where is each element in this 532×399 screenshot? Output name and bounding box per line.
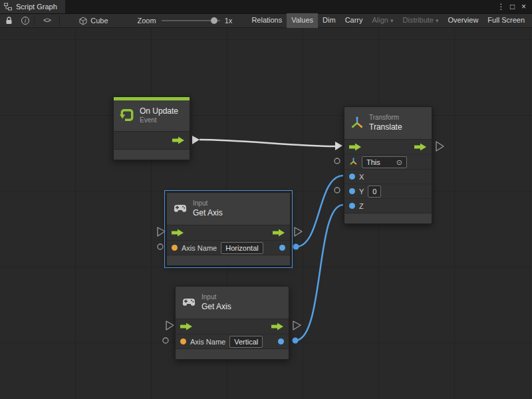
axis-name-row: Axis Name Horizontal (167, 240, 290, 255)
node-header: On Update Event (114, 100, 190, 131)
object-picker-icon[interactable]: ⊙ (396, 158, 402, 167)
node-header: Input Get Axis (167, 193, 290, 225)
toolbar-button-distribute[interactable]: Distribute▾ (398, 13, 444, 28)
target-label[interactable]: Cube (90, 17, 108, 25)
gamepad-icon (182, 297, 196, 308)
x-port-label: X (359, 173, 364, 181)
y-value-field[interactable]: 0 (368, 186, 381, 198)
node-subtitle: Transform (369, 114, 402, 122)
node-subtitle: Event (140, 116, 178, 125)
toolbar-button-carry[interactable]: Carry (340, 13, 368, 28)
get-axis-h-output-port[interactable] (293, 244, 299, 250)
axis-name-field[interactable]: Vertical (229, 336, 263, 348)
control-flow-row (176, 319, 289, 334)
node-subtitle: Input (193, 200, 223, 208)
toolbar-button-dim[interactable]: Dim (318, 13, 340, 28)
control-flow-row (344, 140, 432, 154)
node-on-update[interactable]: On Update Event (113, 96, 190, 160)
translate-input-port[interactable] (335, 142, 342, 150)
axis-name-field[interactable]: Horizontal (221, 242, 263, 254)
toolbar-button-values[interactable]: Values (287, 13, 318, 28)
z-value-port[interactable] (349, 203, 355, 209)
flow-arrow-in-icon[interactable] (180, 323, 193, 331)
chevron-down-icon: ▾ (390, 17, 394, 24)
get-axis-v-output-port[interactable] (293, 338, 299, 344)
toolbar-button-relations[interactable]: Relations (247, 13, 287, 28)
tab-label: Script Graph (16, 3, 57, 11)
flow-arrow-out-icon[interactable] (172, 136, 185, 144)
on-update-output-port[interactable] (192, 136, 200, 144)
wire-horizontal-to-x[interactable] (296, 176, 343, 247)
node-get-axis-vertical[interactable]: Input Get Axis Axis Name Vertical (175, 286, 289, 360)
node-footer (114, 149, 190, 160)
get-axis-v-flow-output-port[interactable] (293, 321, 301, 330)
gamepad-icon (173, 203, 188, 214)
node-header: Input Get Axis (176, 287, 289, 319)
node-footer (167, 255, 290, 265)
transform-icon (350, 116, 364, 130)
axis-name-label: Axis Name (182, 244, 217, 252)
cube-icon (79, 14, 87, 27)
zoom-slider-knob[interactable] (211, 17, 217, 24)
y-port-row: Y 0 (344, 184, 432, 198)
flow-arrow-out-icon[interactable] (271, 323, 284, 331)
y-value-port[interactable] (349, 188, 355, 194)
info-icon[interactable]: i (21, 14, 29, 27)
get-axis-v-name-port[interactable] (163, 338, 168, 343)
close-button[interactable]: × (518, 1, 529, 13)
graph-canvas[interactable]: On Update Event Transform (0, 28, 532, 399)
get-axis-h-input-port[interactable] (158, 227, 165, 236)
wire-vertical-to-z[interactable] (295, 205, 343, 340)
flow-arrow-out-icon[interactable] (273, 229, 285, 237)
flow-arrow-in-icon[interactable] (349, 143, 362, 151)
zoom-slider[interactable] (162, 17, 220, 25)
node-title: Get Axis (193, 208, 223, 218)
lock-icon[interactable] (5, 14, 13, 27)
get-axis-h-flow-output-port[interactable] (295, 227, 302, 236)
x-port-row: X (344, 169, 432, 184)
x-value-port[interactable] (349, 174, 355, 180)
translate-y-port[interactable] (334, 188, 340, 193)
graph-toolbar: i <> Cube Zoom 1x Relations Values Dim C… (0, 13, 532, 28)
node-title: Get Axis (201, 302, 231, 312)
toolbar-button-fullscreen[interactable]: Full Screen (483, 13, 529, 28)
window-tab[interactable]: Script Graph (0, 0, 65, 13)
node-header: Transform Translate (344, 107, 432, 139)
zoom-value: 1x (225, 17, 233, 25)
axis-result-port[interactable] (279, 245, 285, 251)
window-controls: ⋮ □ × (495, 0, 532, 13)
translate-this-port[interactable] (334, 158, 340, 164)
zoom-label: Zoom (138, 17, 156, 25)
control-output-row (114, 132, 190, 149)
this-port-row: This ⊙ (344, 154, 432, 169)
flow-arrow-out-icon[interactable] (414, 143, 427, 151)
axis-name-row: Axis Name Vertical (176, 334, 289, 348)
menu-button[interactable]: ⋮ (495, 1, 507, 13)
node-title: On Update (140, 106, 178, 116)
toolbar-button-align[interactable]: Align▾ (368, 13, 398, 28)
title-bar: Script Graph ⋮ □ × (0, 0, 532, 13)
toolbar-separator (34, 17, 35, 25)
graph-tab-icon (4, 0, 12, 13)
y-port-label: Y (359, 188, 364, 196)
node-footer (176, 348, 289, 359)
this-object-field[interactable]: This ⊙ (362, 156, 407, 168)
translate-output-port[interactable] (436, 142, 444, 151)
axis-result-port[interactable] (278, 338, 284, 344)
transform-mini-icon (349, 157, 358, 167)
axis-name-input-port[interactable] (172, 245, 178, 251)
toolbar-separator (59, 17, 60, 25)
node-subtitle: Input (201, 293, 231, 302)
get-axis-h-name-port[interactable] (158, 244, 163, 249)
update-loop-icon (120, 108, 134, 124)
toolbar-button-overview[interactable]: Overview (444, 13, 483, 28)
control-flow-row (167, 225, 290, 240)
wire-control-flow[interactable] (200, 140, 335, 146)
get-axis-v-input-port[interactable] (166, 321, 174, 330)
flow-arrow-in-icon[interactable] (172, 229, 184, 237)
node-get-axis-horizontal[interactable]: Input Get Axis Axis Name Horizontal (166, 192, 291, 266)
node-translate[interactable]: Transform Translate (344, 106, 432, 224)
code-icon[interactable]: <> (43, 14, 51, 27)
maximize-button[interactable]: □ (507, 1, 518, 13)
axis-name-input-port[interactable] (180, 338, 186, 344)
